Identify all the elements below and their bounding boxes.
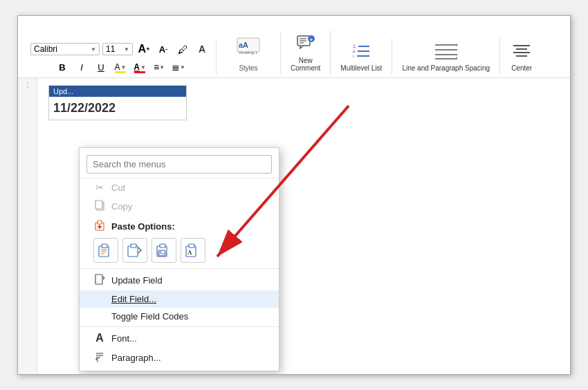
ribbon-row2: B I U A ▼ A ▼ ≡ <box>54 59 187 75</box>
new-comment-button[interactable]: + NewComment <box>286 30 324 75</box>
font-menu-icon: A <box>93 332 106 344</box>
paste-picture-button[interactable] <box>151 238 176 263</box>
styles-label: Styles <box>239 64 257 72</box>
styles-icon: aAHeading 1 <box>236 35 261 63</box>
underline-button[interactable]: U <box>93 59 109 75</box>
copy-icon <box>93 200 106 213</box>
copy-label: Copy <box>111 201 132 212</box>
multilevel-section: 1. a. i. Multilevel List <box>331 38 392 75</box>
bold-icon: B <box>59 62 65 73</box>
font-name: Calibri <box>34 44 57 54</box>
svg-rect-45 <box>95 275 102 284</box>
font-label-text: Font... <box>111 333 137 344</box>
paste-options-icon <box>93 220 106 233</box>
context-menu-search-input[interactable] <box>86 155 272 174</box>
line-spacing-icon: ↑ ↓ <box>434 41 459 63</box>
line-spacing-label: Line and Paragraph Spacing <box>402 64 490 72</box>
multilevel-button[interactable]: 1. a. i. Multilevel List <box>336 38 386 75</box>
multilevel-icon: 1. a. i. <box>351 41 371 63</box>
font-menu-item[interactable]: A Font... <box>80 328 279 348</box>
toggle-field-menu-item[interactable]: Toggle Field Codes <box>80 308 279 325</box>
document-text-box: Upd... 11/22/2022 <box>48 85 187 120</box>
font-size-selector[interactable]: 11 ▼ <box>102 43 133 55</box>
context-menu: ✂ Cut Copy <box>79 147 279 371</box>
svg-text:¶: ¶ <box>95 357 99 362</box>
bullets-button[interactable]: ≡ ▼ <box>151 59 167 75</box>
italic-button[interactable]: I <box>73 59 90 75</box>
line-spacing-button[interactable]: ↑ ↓ Line and Paragraph Spacing <box>398 38 494 75</box>
svg-rect-37 <box>131 244 136 248</box>
numbering-button[interactable]: ≣ ▼ <box>170 59 187 75</box>
cut-icon: ✂ <box>93 182 106 193</box>
center-section: Center <box>500 38 543 75</box>
clear-format-icon: 🖊 <box>178 44 188 55</box>
numbering-icon: ≣ <box>172 62 180 73</box>
svg-line-47 <box>103 278 104 279</box>
font-color-button[interactable]: A ▼ <box>131 59 148 75</box>
multilevel-label: Multilevel List <box>340 64 382 72</box>
new-comment-icon: + <box>296 33 315 55</box>
toggle-field-text: Toggle Field Codes <box>111 311 188 322</box>
update-field-menu-item[interactable]: Update Field <box>80 270 279 290</box>
word-window: Calibri ▼ 11 ▼ A + A - 🖊 <box>17 15 571 375</box>
svg-text:↓: ↓ <box>455 53 459 59</box>
copy-menu-item[interactable]: Copy <box>80 196 279 216</box>
cut-menu-item[interactable]: ✂ Cut <box>80 178 279 196</box>
svg-rect-39 <box>160 244 165 248</box>
paste-options-row: A <box>80 236 279 267</box>
paragraph-icon: ¶ <box>93 351 106 364</box>
font-size-value: 11 <box>106 44 115 54</box>
svg-rect-32 <box>102 244 107 248</box>
font-section: Calibri ▼ 11 ▼ A + A - 🖊 <box>25 41 217 75</box>
context-menu-search-container <box>80 151 279 178</box>
paste-merge-formatting-button[interactable] <box>122 238 147 263</box>
svg-rect-40 <box>158 250 165 256</box>
paste-text-only-button[interactable]: A <box>181 238 205 263</box>
ruler-icon: ⋮ <box>24 81 31 89</box>
edit-field-text: Edit Field... <box>111 294 156 304</box>
paste-options-label: Paste Options: <box>111 221 175 232</box>
text-effects-button[interactable]: A <box>194 41 210 57</box>
styles-button[interactable]: aAHeading 1 Styles <box>228 32 269 75</box>
paragraph-menu-item[interactable]: ¶ Paragraph... <box>80 348 279 368</box>
update-field-icon <box>93 274 106 287</box>
font-selector[interactable]: Calibri ▼ <box>30 43 100 55</box>
svg-text:1.: 1. <box>353 44 357 48</box>
svg-text:A: A <box>187 249 192 256</box>
svg-rect-26 <box>95 201 102 209</box>
clear-format-button[interactable]: 🖊 <box>174 41 191 57</box>
bullets-dropdown-arrow: ▼ <box>159 64 165 71</box>
italic-icon: I <box>80 62 83 73</box>
styles-section: aAHeading 1 Styles <box>217 32 281 75</box>
edit-field-menu-item[interactable]: Edit Field... <box>80 290 279 308</box>
highlight-color-bar <box>115 71 126 73</box>
font-grow-button[interactable]: A + <box>136 41 152 57</box>
numbering-dropdown-arrow: ▼ <box>180 64 185 71</box>
ribbon: Calibri ▼ 11 ▼ A + A - 🖊 <box>18 16 570 78</box>
text-effects-icon: A <box>199 44 205 55</box>
paste-keep-source-button[interactable] <box>93 238 118 263</box>
document-content: Upd... 11/22/2022 ✂ Cut <box>37 78 570 374</box>
ribbon-row1: Calibri ▼ 11 ▼ A + A - 🖊 <box>30 41 210 57</box>
document-area: ⋮ Upd... 11/22/2022 ✂ <box>18 78 570 374</box>
font-shrink-button[interactable]: A - <box>155 41 172 57</box>
font-dropdown-arrow: ▼ <box>91 46 96 53</box>
center-button[interactable]: Center <box>506 38 538 75</box>
paragraph-label: Paragraph... <box>111 353 161 363</box>
svg-text:a.: a. <box>353 49 356 53</box>
svg-text:+: + <box>309 37 313 43</box>
cut-label: Cut <box>111 183 125 193</box>
highlight-button[interactable]: A ▼ <box>112 59 129 75</box>
paste-options-header: Paste Options: <box>80 216 279 236</box>
font-color-icon: A <box>134 62 140 72</box>
line-spacing-section: ↑ ↓ Line and Paragraph Spacing <box>392 38 500 75</box>
toggle-field-label: Toggle Field Codes <box>111 311 188 322</box>
svg-rect-28 <box>98 221 102 224</box>
center-label: Center <box>511 64 532 72</box>
font-color-dropdown-arrow: ▼ <box>140 64 146 71</box>
svg-text:↑: ↑ <box>455 41 459 48</box>
update-field-label: Update Field <box>111 275 163 286</box>
bold-button[interactable]: B <box>54 59 71 75</box>
document-tab-bar: Upd... <box>49 86 186 97</box>
font-color-bar <box>134 71 145 73</box>
